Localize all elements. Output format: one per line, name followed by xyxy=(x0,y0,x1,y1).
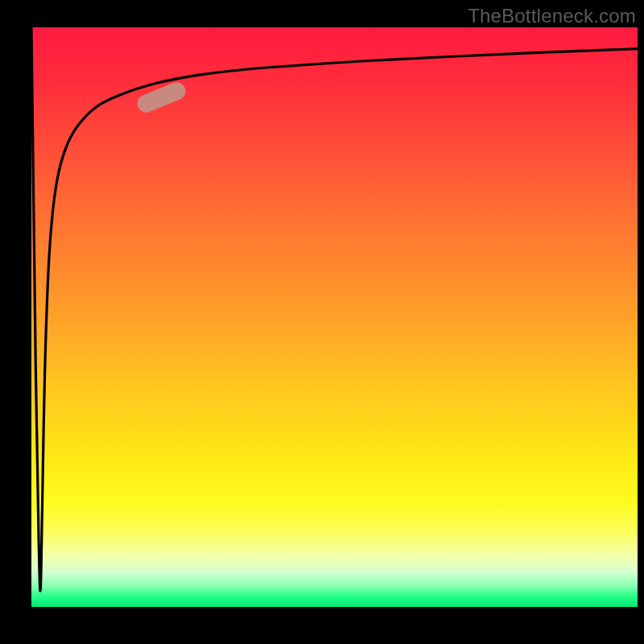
watermark-text: TheBottleneck.com xyxy=(468,5,636,27)
bottleneck-curve xyxy=(31,27,638,591)
curve-layer xyxy=(31,27,638,607)
chart-plot-area xyxy=(31,27,638,607)
